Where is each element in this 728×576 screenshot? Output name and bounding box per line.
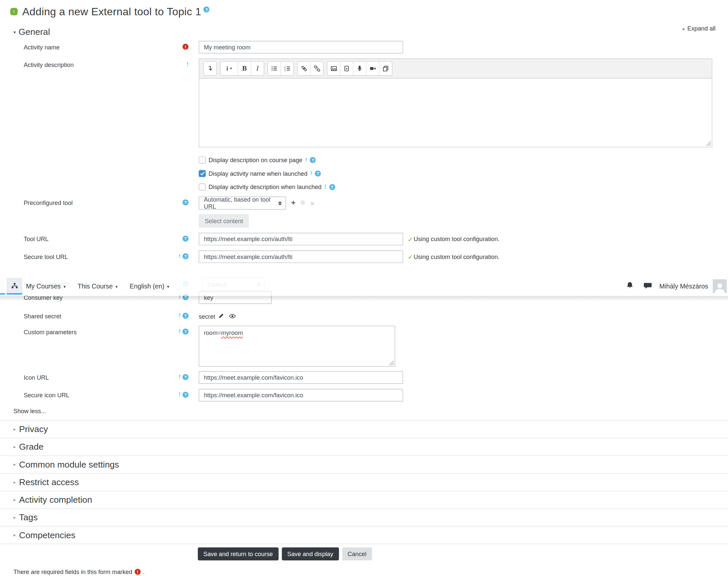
help-icon[interactable]: ? <box>315 170 321 176</box>
rich-text-editor: i▾ B I 123 <box>199 59 712 148</box>
save-and-display-button[interactable]: Save and display <box>282 547 339 560</box>
image-icon[interactable] <box>327 62 340 75</box>
record-audio-icon[interactable] <box>353 62 366 75</box>
warning-icon: ! <box>310 170 312 176</box>
warning-icon: ! <box>179 253 181 259</box>
section-privacy[interactable]: ▸ Privacy <box>0 420 728 438</box>
unlink-icon[interactable] <box>310 62 323 75</box>
manage-files-icon[interactable] <box>379 62 392 75</box>
icon-url-input[interactable] <box>199 371 403 384</box>
help-icon[interactable]: ? <box>183 235 188 241</box>
caret-down-icon: ▾ <box>13 30 16 34</box>
shared-secret-label: Shared secret <box>24 310 177 320</box>
help-icon[interactable]: ? <box>183 199 188 205</box>
person-icon <box>714 282 726 293</box>
display-activity-name-checkbox[interactable] <box>199 170 206 177</box>
activity-description-row: Activity description ! i▾ B I <box>24 59 728 148</box>
activity-name-label: Activity name <box>24 41 177 50</box>
collapse-toolbar-icon[interactable] <box>204 62 216 75</box>
warning-icon: ! <box>305 157 307 163</box>
warning-icon: ! <box>179 313 181 319</box>
shared-secret-row: Shared secret ! ? secret <box>24 310 728 320</box>
user-name[interactable]: Mihály Mészáros <box>659 283 708 290</box>
show-less-link[interactable]: Show less... <box>13 407 728 414</box>
ordered-list-icon[interactable]: 123 <box>280 62 293 75</box>
section-competencies[interactable]: ▸ Competencies <box>0 526 728 544</box>
help-icon[interactable]: ? <box>183 328 188 335</box>
paragraph-style-menu[interactable]: i▾ <box>221 62 238 75</box>
add-tool-icon[interactable]: + <box>291 199 296 207</box>
edit-pencil-icon[interactable] <box>218 313 224 320</box>
page-header: ↑ Adding a new External tool to Topic 1 … <box>10 5 728 19</box>
preconfigured-tool-select[interactable]: Automatic, based on tool URL <box>199 197 286 209</box>
cancel-button[interactable]: Cancel <box>342 547 372 560</box>
help-icon[interactable]: ? <box>183 253 188 259</box>
nav-tab-partial[interactable] <box>0 278 5 294</box>
warning-icon: ! <box>179 328 181 335</box>
notifications-bell-icon[interactable] <box>626 282 634 291</box>
nav-this-course[interactable]: This Course▾ <box>78 283 118 290</box>
section-grade[interactable]: ▸ Grade <box>0 438 728 455</box>
tool-url-input[interactable] <box>199 233 403 246</box>
custom-parameters-label: Custom parameters <box>24 326 177 335</box>
required-icon: ! <box>183 44 188 50</box>
delete-tool-icon[interactable]: × <box>310 200 314 207</box>
caret-down-icon: ▾ <box>230 66 232 70</box>
link-icon[interactable] <box>298 62 310 75</box>
section-general-header[interactable]: ▾ General <box>13 27 728 37</box>
help-icon[interactable]: ? <box>329 184 335 190</box>
unordered-list-icon[interactable] <box>268 62 281 75</box>
help-icon[interactable]: ? <box>183 392 188 398</box>
form-actions: Save and return to course Save and displ… <box>198 547 728 560</box>
display-activity-name-row: Display activity name when launched ! ? <box>199 170 728 177</box>
section-restrict-access[interactable]: ▸ Restrict access <box>0 473 728 490</box>
nav-my-courses[interactable]: My Courses▾ <box>26 283 65 290</box>
resize-handle[interactable] <box>389 360 394 366</box>
caret-down-icon: ▾ <box>167 285 169 289</box>
secure-icon-url-input[interactable] <box>199 389 403 402</box>
resize-handle[interactable] <box>706 141 711 147</box>
caret-right-icon: ▸ <box>13 480 16 485</box>
caret-right-icon: ▸ <box>13 444 16 449</box>
caret-right-icon: ▸ <box>13 515 16 520</box>
secure-tool-url-row: Secure tool URL ! ? ✓ Using custom tool … <box>24 250 728 263</box>
custom-parameters-textarea[interactable]: room=myroom <box>199 326 395 367</box>
checkbox-label: Display activity name when launched <box>208 170 307 177</box>
section-tags[interactable]: ▸ Tags <box>0 508 728 526</box>
reveal-eye-icon[interactable] <box>229 313 236 320</box>
bold-button[interactable]: B <box>238 62 250 75</box>
help-icon[interactable]: ? <box>183 313 188 319</box>
caret-down-icon: ▾ <box>64 285 66 289</box>
edit-tool-gear-icon[interactable] <box>300 200 306 207</box>
select-content-button[interactable]: Select content <box>199 214 249 228</box>
preconfigured-tool-row: Preconfigured tool ? Automatic, based on… <box>24 197 728 228</box>
activity-name-input[interactable] <box>199 41 403 53</box>
expand-all-link[interactable]: ▸Expand all <box>682 25 716 32</box>
save-and-return-button[interactable]: Save and return to course <box>198 547 278 560</box>
display-description-checkbox[interactable] <box>199 156 206 164</box>
icon-url-label: Icon URL <box>24 371 177 381</box>
activity-name-row: Activity name ! <box>24 41 728 53</box>
media-icon[interactable] <box>340 62 353 75</box>
svg-text:3: 3 <box>284 69 285 71</box>
display-activity-description-checkbox[interactable] <box>199 183 206 190</box>
help-icon[interactable]: ? <box>183 374 188 380</box>
avatar[interactable] <box>713 279 727 293</box>
section-general-title: General <box>19 27 50 37</box>
section-activity-completion[interactable]: ▸ Activity completion <box>0 491 728 508</box>
description-editor-area[interactable] <box>199 78 712 147</box>
secure-tool-url-status: ✓ Using custom tool configuration. <box>407 250 499 263</box>
display-activity-description-row: Display activity description when launch… <box>199 183 728 190</box>
help-icon[interactable]: ? <box>310 157 316 163</box>
site-navigation-tab[interactable] <box>7 278 23 294</box>
nav-language[interactable]: English (en)▾ <box>129 283 169 290</box>
messages-icon[interactable] <box>643 282 652 291</box>
sitemap-icon <box>11 282 18 289</box>
help-icon[interactable]: ? <box>204 6 209 12</box>
section-common-module-settings[interactable]: ▸ Common module settings <box>0 455 728 473</box>
misspelled-word: myroom <box>221 329 243 336</box>
secure-tool-url-input[interactable] <box>199 250 403 263</box>
record-video-icon[interactable] <box>366 62 379 75</box>
italic-button[interactable]: I <box>251 62 264 75</box>
collapsed-sections: ▸ Privacy ▸ Grade ▸ Common module settin… <box>0 420 728 544</box>
